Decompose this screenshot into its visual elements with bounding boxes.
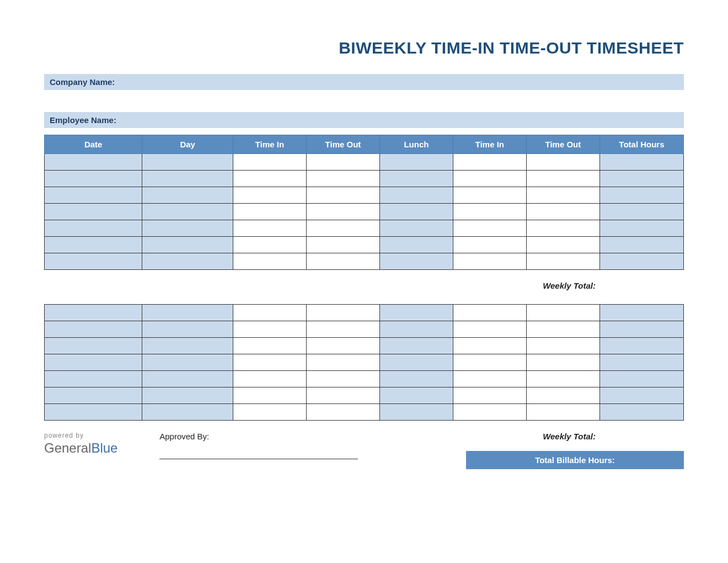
table-cell[interactable] (142, 305, 233, 321)
table-cell[interactable] (599, 371, 683, 387)
table-cell[interactable] (45, 338, 142, 354)
table-cell[interactable] (45, 404, 142, 421)
table-cell[interactable] (599, 204, 683, 220)
table-cell[interactable] (306, 338, 379, 354)
table-cell[interactable] (142, 187, 233, 204)
table-cell[interactable] (526, 253, 599, 270)
table-cell[interactable] (45, 237, 142, 253)
table-cell[interactable] (379, 371, 453, 387)
table-cell[interactable] (306, 387, 379, 404)
table-cell[interactable] (379, 220, 453, 237)
table-cell[interactable] (306, 253, 379, 270)
table-cell[interactable] (599, 338, 683, 354)
table-cell[interactable] (453, 187, 526, 204)
table-cell[interactable] (453, 220, 526, 237)
table-cell[interactable] (453, 305, 526, 321)
table-cell[interactable] (379, 321, 453, 338)
table-cell[interactable] (233, 305, 306, 321)
table-cell[interactable] (379, 354, 453, 371)
table-cell[interactable] (45, 187, 142, 204)
table-cell[interactable] (233, 204, 306, 220)
table-cell[interactable] (306, 371, 379, 387)
table-cell[interactable] (45, 154, 142, 171)
table-cell[interactable] (526, 371, 599, 387)
table-cell[interactable] (142, 237, 233, 253)
table-cell[interactable] (526, 338, 599, 354)
table-cell[interactable] (233, 404, 306, 421)
table-cell[interactable] (599, 187, 683, 204)
table-cell[interactable] (599, 171, 683, 187)
table-cell[interactable] (142, 354, 233, 371)
table-cell[interactable] (379, 187, 453, 204)
table-cell[interactable] (142, 171, 233, 187)
table-cell[interactable] (599, 404, 683, 421)
table-cell[interactable] (379, 237, 453, 253)
table-cell[interactable] (599, 387, 683, 404)
table-cell[interactable] (453, 371, 526, 387)
table-cell[interactable] (233, 387, 306, 404)
table-cell[interactable] (526, 305, 599, 321)
table-cell[interactable] (379, 387, 453, 404)
table-cell[interactable] (142, 154, 233, 171)
table-cell[interactable] (379, 171, 453, 187)
table-cell[interactable] (306, 404, 379, 421)
table-cell[interactable] (526, 404, 599, 421)
table-cell[interactable] (142, 338, 233, 354)
table-cell[interactable] (45, 371, 142, 387)
table-cell[interactable] (306, 305, 379, 321)
table-cell[interactable] (233, 321, 306, 338)
table-cell[interactable] (526, 387, 599, 404)
table-cell[interactable] (233, 253, 306, 270)
table-cell[interactable] (379, 204, 453, 220)
table-cell[interactable] (599, 154, 683, 171)
table-cell[interactable] (526, 220, 599, 237)
table-cell[interactable] (526, 154, 599, 171)
table-cell[interactable] (453, 154, 526, 171)
table-cell[interactable] (599, 237, 683, 253)
table-cell[interactable] (45, 305, 142, 321)
table-cell[interactable] (599, 220, 683, 237)
table-cell[interactable] (45, 354, 142, 371)
table-cell[interactable] (45, 321, 142, 338)
table-cell[interactable] (233, 171, 306, 187)
table-cell[interactable] (306, 204, 379, 220)
table-cell[interactable] (306, 321, 379, 338)
table-cell[interactable] (453, 171, 526, 187)
table-cell[interactable] (599, 305, 683, 321)
table-cell[interactable] (142, 387, 233, 404)
table-cell[interactable] (453, 321, 526, 338)
table-cell[interactable] (142, 321, 233, 338)
table-cell[interactable] (453, 354, 526, 371)
table-cell[interactable] (453, 404, 526, 421)
table-cell[interactable] (453, 253, 526, 270)
table-cell[interactable] (45, 171, 142, 187)
table-cell[interactable] (379, 154, 453, 171)
table-cell[interactable] (233, 371, 306, 387)
table-cell[interactable] (306, 171, 379, 187)
table-cell[interactable] (453, 237, 526, 253)
table-cell[interactable] (306, 237, 379, 253)
table-cell[interactable] (142, 220, 233, 237)
table-cell[interactable] (526, 187, 599, 204)
table-cell[interactable] (142, 253, 233, 270)
table-cell[interactable] (142, 371, 233, 387)
employee-name-bar[interactable]: Employee Name: (44, 112, 684, 128)
table-cell[interactable] (526, 204, 599, 220)
table-cell[interactable] (379, 338, 453, 354)
table-cell[interactable] (306, 154, 379, 171)
table-cell[interactable] (233, 354, 306, 371)
table-cell[interactable] (45, 387, 142, 404)
table-cell[interactable] (379, 253, 453, 270)
table-cell[interactable] (599, 354, 683, 371)
table-cell[interactable] (142, 204, 233, 220)
table-cell[interactable] (233, 154, 306, 171)
table-cell[interactable] (453, 338, 526, 354)
table-cell[interactable] (526, 354, 599, 371)
table-cell[interactable] (599, 253, 683, 270)
table-cell[interactable] (306, 354, 379, 371)
table-cell[interactable] (453, 204, 526, 220)
table-cell[interactable] (526, 171, 599, 187)
table-cell[interactable] (233, 338, 306, 354)
table-cell[interactable] (379, 305, 453, 321)
table-cell[interactable] (142, 404, 233, 421)
